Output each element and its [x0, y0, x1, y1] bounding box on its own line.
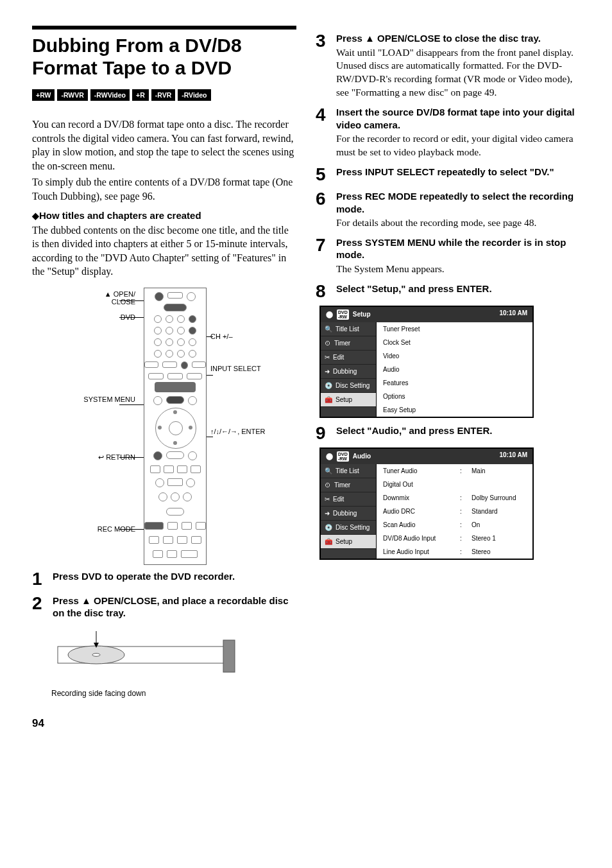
- step-title: Press SYSTEM MENU while the recorder is …: [336, 236, 580, 261]
- sidebar-item: ✂Edit: [321, 492, 376, 507]
- dubbing-icon: ➜: [325, 368, 330, 375]
- svg-rect-1: [223, 640, 235, 672]
- menu-list: Tuner Preset Clock Set Video Audio Featu…: [377, 322, 532, 417]
- timer-icon: ⏲: [325, 340, 331, 347]
- remote-diagram: ▲ OPEN/ CLOSE DVD SYSTEM MENU ↩ RETURN R…: [32, 288, 296, 564]
- menu-row: Tuner Preset: [377, 322, 532, 336]
- menu-time: 10:10 AM: [499, 451, 527, 462]
- sidebar-item-active: 🧰Setup: [321, 535, 376, 549]
- menu-row: DV/D8 Audio Input:Stereo 1: [377, 532, 532, 545]
- subheading: ◆How titles and chapters are created: [32, 210, 296, 221]
- step-title: Select "Setup," and press ENTER.: [336, 282, 580, 295]
- label-input-select: INPUT SELECT: [210, 365, 255, 372]
- toolbox-icon: 🧰: [325, 538, 332, 545]
- label-system-menu: SYSTEM MENU: [68, 395, 135, 403]
- chip-rw: +RW: [32, 89, 55, 101]
- sidebar-item: 🔍Title List: [321, 322, 376, 336]
- label-ch: CH +/–: [210, 333, 233, 340]
- timer-icon: ⏲: [325, 482, 331, 489]
- step-4: 4 Insert the source DV/D8 format tape in…: [316, 106, 580, 159]
- menu-row: Features: [377, 376, 532, 390]
- step-title: Select "Audio," and press ENTER.: [336, 424, 580, 437]
- step-num: 1: [32, 570, 53, 588]
- menu-row: Audio DRC:Standard: [377, 505, 532, 518]
- menu-row: Downmix:Dolby Surround: [377, 491, 532, 505]
- step-title: Press INPUT SELECT repeatedly to select …: [336, 166, 580, 178]
- step-9: 9 Select "Audio," and press ENTER.: [316, 424, 580, 442]
- menu-row: Tuner Audio:Main: [377, 464, 532, 478]
- label-enter: ↑/↓/←/→, ENTER: [210, 428, 255, 435]
- menu-sidebar: 🔍Title List ⏲Timer ✂Edit ➜Dubbing 💿Disc …: [321, 464, 377, 559]
- menu-row: Options: [377, 390, 532, 403]
- menu-row: Scan Audio:On: [377, 518, 532, 532]
- step-1: 1 Press DVD to operate the DVD recorder.: [32, 570, 296, 588]
- step-num: 5: [316, 166, 336, 184]
- step-7: 7 Press SYSTEM MENU while the recorder i…: [316, 236, 580, 276]
- step-title: Insert the source DV/D8 format tape into…: [336, 106, 580, 131]
- step-6: 6 Press REC MODE repeatedly to select th…: [316, 190, 580, 230]
- sidebar-item: ➜Dubbing: [321, 365, 376, 379]
- step-num: 4: [316, 106, 336, 159]
- step-text: The System Menu appears.: [336, 263, 580, 276]
- chip-rvideo: -RVideo: [178, 89, 210, 101]
- menu-sidebar: 🔍Title List ⏲Timer ✂Edit ➜Dubbing 💿Disc …: [321, 322, 377, 417]
- label-open-close: ▲ OPEN/ CLOSE: [68, 290, 135, 306]
- step-title: Press ▲ OPEN/CLOSE to close the disc tra…: [336, 32, 580, 45]
- tray-caption: Recording side facing down: [51, 689, 296, 698]
- menu-title: Setup: [353, 311, 371, 318]
- sidebar-item: ➜Dubbing: [321, 507, 376, 521]
- disc-icon: ⬤: [326, 311, 333, 318]
- menu-list: Tuner Audio:Main Digital Out Downmix:Dol…: [377, 464, 532, 559]
- dubbing-icon: ➜: [325, 510, 330, 517]
- disc-setting-icon: 💿: [325, 524, 332, 531]
- disc-tray-figure: Recording side facing down: [51, 627, 296, 698]
- audio-menu-screenshot: ⬤DVD-RW Audio 10:10 AM 🔍Title List ⏲Time…: [319, 447, 534, 560]
- toolbox-icon: 🧰: [325, 396, 332, 403]
- page-title: Dubbing From a DV/D8 Format Tape to a DV…: [32, 26, 296, 79]
- sidebar-item: ✂Edit: [321, 351, 376, 365]
- step-text: Wait until "LOAD" disappears from the fr…: [336, 46, 580, 100]
- page-number: 94: [32, 717, 296, 730]
- menu-row: Clock Set: [377, 336, 532, 349]
- menu-time: 10:10 AM: [499, 309, 527, 320]
- sidebar-item-active: 🧰Setup: [321, 393, 376, 407]
- sidebar-item: ⏲Timer: [321, 478, 376, 492]
- step-text: For details about the recording mode, se…: [336, 216, 580, 230]
- step-title: Press DVD to operate the DVD recorder.: [53, 570, 296, 583]
- setup-menu-screenshot: ⬤DVD-RW Setup 10:10 AM 🔍Title List ⏲Time…: [319, 306, 534, 418]
- menu-row: Audio: [377, 363, 532, 376]
- dvd-rw-badge: DVD-RW: [337, 451, 349, 462]
- diamond-icon: ◆: [32, 211, 39, 221]
- eject-icon: ▲: [105, 290, 112, 298]
- intro-paragraph-2: To simply dub the entire contents of a D…: [32, 175, 296, 203]
- sidebar-item: 💿Disc Setting: [321, 379, 376, 393]
- menu-row: Easy Setup: [377, 403, 532, 417]
- svg-point-3: [92, 654, 100, 657]
- step-num: 8: [316, 282, 336, 300]
- disc-icon: ⬤: [326, 453, 333, 460]
- step-title: Press ▲ OPEN/CLOSE, and place a recordab…: [53, 595, 296, 620]
- subheading-body: The dubbed contents on the disc become o…: [32, 223, 296, 279]
- return-icon: ↩: [98, 453, 104, 461]
- format-chips: +RW -RWVR -RWVideo +R -RVR -RVideo: [32, 89, 296, 101]
- step-8: 8 Select "Setup," and press ENTER.: [316, 282, 580, 300]
- magnifier-icon: 🔍: [325, 467, 332, 474]
- chip-rwvr: -RWVR: [57, 89, 87, 101]
- step-num: 2: [32, 595, 53, 620]
- dvd-rw-badge: DVD-RW: [337, 309, 349, 320]
- step-text: For the recorder to record or edit, your…: [336, 132, 580, 159]
- step-num: 9: [316, 424, 336, 442]
- menu-row: Line Audio Input:Stereo: [377, 545, 532, 559]
- menu-title: Audio: [353, 453, 371, 460]
- sidebar-item: ⏲Timer: [321, 336, 376, 351]
- menu-row: Video: [377, 349, 532, 363]
- step-3: 3 Press ▲ OPEN/CLOSE to close the disc t…: [316, 32, 580, 100]
- step-num: 3: [316, 32, 336, 100]
- step-num: 7: [316, 236, 336, 276]
- menu-row: Digital Out: [377, 478, 532, 491]
- subheading-text: How titles and chapters are created: [39, 210, 201, 221]
- magnifier-icon: 🔍: [325, 326, 332, 333]
- sidebar-item: 💿Disc Setting: [321, 521, 376, 535]
- scissors-icon: ✂: [325, 496, 330, 503]
- step-title: Press REC MODE repeatedly to select the …: [336, 190, 580, 215]
